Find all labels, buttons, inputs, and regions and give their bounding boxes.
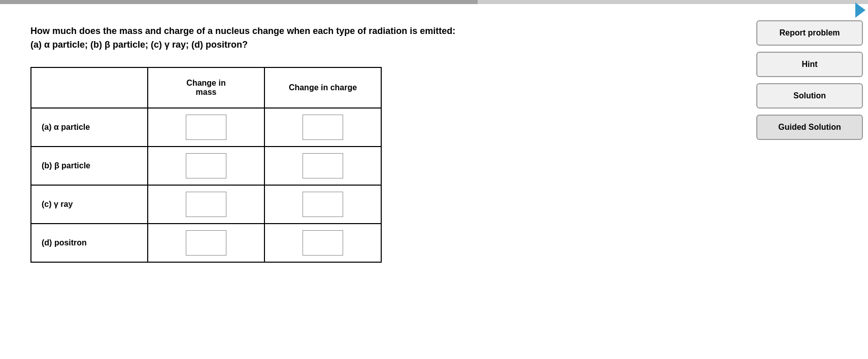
hint-button[interactable]: Hint xyxy=(756,52,863,77)
input-positron-mass[interactable] xyxy=(186,230,226,256)
input-beta-charge[interactable] xyxy=(303,153,343,178)
arrow-icon[interactable] xyxy=(855,3,865,18)
input-cell-alpha-mass xyxy=(148,108,264,147)
progress-bar-fill xyxy=(0,0,478,4)
input-positron-charge[interactable] xyxy=(303,230,343,256)
row-label-alpha: (a) α particle xyxy=(31,108,148,147)
input-alpha-mass[interactable] xyxy=(186,115,226,140)
col-header-mass: Change inmass xyxy=(148,67,264,108)
input-cell-positron-charge xyxy=(264,224,381,262)
row-label-gamma: (c) γ ray xyxy=(31,185,148,224)
table-row: (d) positron xyxy=(31,224,381,262)
input-cell-beta-charge xyxy=(264,147,381,185)
sidebar: Report problem Hint Solution Guided Solu… xyxy=(746,20,868,140)
solution-button[interactable]: Solution xyxy=(756,83,863,109)
input-cell-alpha-charge xyxy=(264,108,381,147)
input-cell-gamma-mass xyxy=(148,185,264,224)
input-beta-mass[interactable] xyxy=(186,153,226,178)
table-row: (a) α particle xyxy=(31,108,381,147)
table-row: (c) γ ray xyxy=(31,185,381,224)
input-cell-positron-mass xyxy=(148,224,264,262)
question-text: How much does the mass and charge of a n… xyxy=(30,24,629,52)
main-content: How much does the mass and charge of a n… xyxy=(0,4,660,283)
col-header-charge: Change in charge xyxy=(264,67,381,108)
row-label-beta: (b) β particle xyxy=(31,147,148,185)
question-line1: How much does the mass and charge of a n… xyxy=(30,26,455,36)
guided-solution-button[interactable]: Guided Solution xyxy=(756,115,863,140)
question-line2: (a) α particle; (b) β particle; (c) γ ra… xyxy=(30,40,248,50)
table-row: (b) β particle xyxy=(31,147,381,185)
input-alpha-charge[interactable] xyxy=(303,115,343,140)
input-cell-gamma-charge xyxy=(264,185,381,224)
radiation-table: Change inmass Change in charge (a) α par… xyxy=(30,67,382,263)
input-gamma-mass[interactable] xyxy=(186,192,226,217)
table-container: Change inmass Change in charge (a) α par… xyxy=(30,67,629,263)
report-problem-button[interactable]: Report problem xyxy=(756,20,863,46)
input-gamma-charge[interactable] xyxy=(303,192,343,217)
row-label-positron: (d) positron xyxy=(31,224,148,262)
input-cell-beta-mass xyxy=(148,147,264,185)
progress-bar xyxy=(0,0,868,4)
col-header-empty xyxy=(31,67,148,108)
